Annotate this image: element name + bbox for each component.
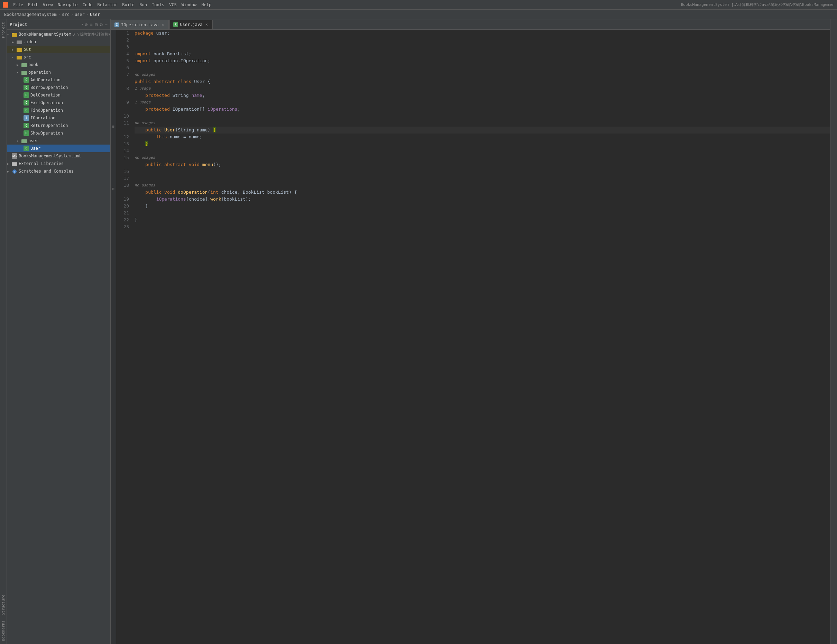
tab-ioperation-close[interactable]: × bbox=[160, 23, 165, 27]
menu-help[interactable]: Help bbox=[199, 2, 213, 8]
gutter: ⊟ ⊟ bbox=[111, 30, 116, 644]
tree-find-operation[interactable]: C FindOperation bbox=[7, 107, 110, 114]
project-side-tab[interactable]: Project bbox=[0, 20, 7, 41]
code-line-1: package user; bbox=[135, 30, 830, 37]
root-label: BooksManagementSystem bbox=[19, 32, 71, 37]
sidebar-header: Project ▾ ⊕ ≡ ⊟ ⚙ − bbox=[7, 20, 110, 30]
tree-iml[interactable]: iml BooksManagementSystem.iml bbox=[7, 152, 110, 160]
tree-scratches[interactable]: ▶ ✎ Scratches and Consoles bbox=[7, 168, 110, 175]
iml-icon: iml bbox=[12, 153, 17, 159]
tree-user-class[interactable]: C User bbox=[7, 145, 110, 152]
menu-window[interactable]: Window bbox=[179, 2, 199, 8]
svg-rect-12 bbox=[21, 72, 27, 75]
menu-code[interactable]: Code bbox=[80, 2, 95, 8]
class-icon: C bbox=[23, 100, 29, 105]
code-content[interactable]: package user; import book.BookList; impo… bbox=[132, 30, 830, 644]
tree-ioperation[interactable]: I IOperation bbox=[7, 114, 110, 122]
scratches-icon: ✎ bbox=[12, 169, 17, 174]
tree-user-folder[interactable]: ▾ user bbox=[7, 137, 110, 145]
menu-tools[interactable]: Tools bbox=[150, 2, 166, 8]
right-side-tabs bbox=[830, 20, 837, 644]
code-line-19: iOperations[choice].work(bookList); bbox=[135, 196, 830, 203]
menu-build[interactable]: Build bbox=[120, 2, 136, 8]
tree-borrow-operation[interactable]: C BorrowOperation bbox=[7, 84, 110, 91]
collapse-icon[interactable]: ⊟ bbox=[95, 22, 97, 27]
menu-navigate[interactable]: Navigate bbox=[56, 2, 80, 8]
menu-file[interactable]: File bbox=[11, 2, 25, 8]
tree-external-libraries[interactable]: ▶ External Libraries bbox=[7, 160, 110, 168]
menu-vcs[interactable]: VCS bbox=[167, 2, 179, 8]
minimize-icon[interactable]: − bbox=[105, 22, 108, 27]
code-line-20: } bbox=[135, 203, 830, 210]
sidebar: Project ▾ ⊕ ≡ ⊟ ⚙ − ▾ BooksManagementSys… bbox=[7, 20, 111, 644]
editor-area: I IOperation.java × C User.java × bbox=[111, 20, 830, 644]
operation-folder-icon bbox=[21, 70, 27, 75]
code-editor[interactable]: ⊟ ⊟ 1 2 3 4 5 6 bbox=[111, 30, 830, 644]
tree-del-operation[interactable]: C DelOperation bbox=[7, 91, 110, 99]
settings-icon[interactable]: ⚙ bbox=[100, 22, 102, 27]
breadcrumb-item-src[interactable]: src bbox=[62, 12, 69, 17]
tree-operation[interactable]: ▾ operation bbox=[7, 69, 110, 76]
tab-class-icon: C bbox=[173, 22, 178, 27]
menu-run[interactable]: Run bbox=[137, 2, 149, 8]
tree-return-operation[interactable]: C ReturnOperation bbox=[7, 122, 110, 129]
svg-rect-14 bbox=[21, 140, 27, 143]
code-line-2 bbox=[135, 37, 830, 44]
tab-ioperation[interactable]: I IOperation.java × bbox=[111, 20, 169, 30]
expand-icon[interactable]: ≡ bbox=[90, 22, 92, 27]
menu-refactor[interactable]: Refactor bbox=[95, 2, 119, 8]
class-icon: C bbox=[23, 92, 29, 98]
breadcrumb-item-user-class[interactable]: User bbox=[90, 12, 100, 17]
tree-root[interactable]: ▾ BooksManagementSystem D:\我的文件\计算机科\ bbox=[7, 30, 110, 38]
code-block-7: no usages public abstract class User { bbox=[135, 71, 830, 85]
fold-indicator-18[interactable]: ⊟ bbox=[111, 182, 116, 196]
code-block-8: 1 usage protected String name; bbox=[135, 85, 830, 99]
code-line-3 bbox=[135, 44, 830, 51]
svg-rect-6 bbox=[16, 49, 22, 52]
title-path: BooksManagementSystem […\计算机科学\Java\笔记和代… bbox=[681, 2, 834, 7]
svg-rect-8 bbox=[16, 56, 22, 59]
idea-folder-icon bbox=[16, 39, 22, 44]
tree-add-operation[interactable]: C AddOperation bbox=[7, 76, 110, 84]
title-bar: File Edit View Navigate Code Refactor Bu… bbox=[0, 0, 837, 10]
locate-icon[interactable]: ⊕ bbox=[85, 22, 87, 27]
code-line-12: this.name = name; bbox=[135, 133, 830, 140]
main-layout: Project Structure Bookmarks Project ▾ ⊕ … bbox=[0, 20, 837, 644]
svg-rect-16 bbox=[12, 163, 17, 166]
breadcrumb-item-user[interactable]: user bbox=[75, 12, 85, 17]
fold-indicator-11[interactable]: ⊟ bbox=[111, 120, 116, 133]
tree-src[interactable]: ▾ src bbox=[7, 53, 110, 61]
class-icon: C bbox=[23, 123, 29, 128]
tree-show-operation[interactable]: C ShowOperation bbox=[7, 129, 110, 137]
tree-book[interactable]: ▶ book bbox=[7, 61, 110, 69]
tree-exit-operation[interactable]: C ExitOperation bbox=[7, 99, 110, 107]
breadcrumb-item-project[interactable]: BooksManagementSystem bbox=[4, 12, 57, 17]
tab-interface-icon: I bbox=[115, 23, 119, 27]
code-block-11: no usages public User(String name) { bbox=[135, 120, 830, 133]
code-line-17 bbox=[135, 175, 830, 182]
bookmarks-side-tab[interactable]: Bookmarks bbox=[0, 618, 7, 644]
svg-rect-10 bbox=[21, 64, 27, 67]
code-line-14 bbox=[135, 147, 830, 154]
tab-user[interactable]: C User.java × bbox=[169, 20, 213, 30]
root-folder-icon bbox=[12, 32, 17, 37]
app-icon bbox=[3, 2, 8, 8]
user-folder-icon bbox=[21, 138, 27, 143]
breadcrumb: BooksManagementSystem › src › user › Use… bbox=[0, 10, 837, 20]
code-line-22: } bbox=[135, 217, 830, 223]
out-folder-icon bbox=[16, 47, 22, 52]
interface-icon: I bbox=[23, 115, 29, 121]
class-icon-user: C bbox=[23, 146, 29, 151]
class-icon: C bbox=[23, 85, 29, 90]
menu-edit[interactable]: Edit bbox=[26, 2, 40, 8]
tree-idea[interactable]: ▶ .idea bbox=[7, 38, 110, 46]
structure-side-tab[interactable]: Structure bbox=[0, 592, 7, 618]
tab-user-close[interactable]: × bbox=[204, 22, 209, 27]
code-line-16 bbox=[135, 168, 830, 175]
root-path: D:\我的文件\计算机科\ bbox=[73, 32, 110, 37]
code-line-6 bbox=[135, 64, 830, 71]
tree-out[interactable]: ▶ out bbox=[7, 46, 110, 53]
code-block-15: no usages public abstract void menu(); bbox=[135, 154, 830, 168]
class-icon: C bbox=[23, 77, 29, 83]
menu-view[interactable]: View bbox=[41, 2, 55, 8]
